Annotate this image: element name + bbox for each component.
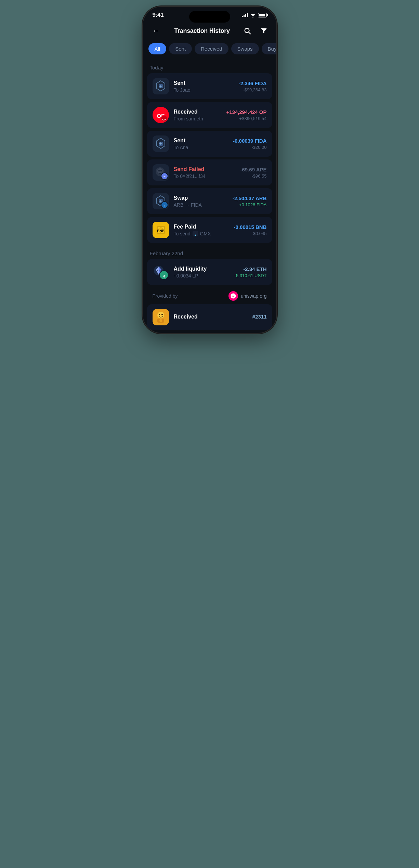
back-arrow-icon: ← <box>152 27 160 35</box>
wifi-icon <box>250 13 256 17</box>
tx-amount-primary: -2.346 FIDA <box>239 80 267 86</box>
tx-amounts: -0.00039 FIDA -$20.00 <box>233 138 266 150</box>
tx-amount-primary: -2,504.37 ARB <box>233 195 267 201</box>
tx-received-nft-info: Received <box>174 314 248 321</box>
svg-point-19 <box>158 170 160 172</box>
op-received-icon: OP OP <box>153 107 169 123</box>
tx-title: Sent <box>174 138 228 144</box>
page-title: Transaction History <box>174 27 230 35</box>
list-item[interactable]: Ξ Send Failed To 0×2f21...f34 -69.69 APE… <box>147 159 272 185</box>
svg-point-48 <box>161 314 163 315</box>
tx-title: Send Failed <box>174 166 236 172</box>
svg-point-50 <box>159 319 162 322</box>
tab-swaps[interactable]: Swaps <box>231 43 259 54</box>
section-today: Today <box>143 60 276 73</box>
tx-amount-secondary: -$0.045 <box>234 231 267 236</box>
battery-icon <box>258 13 267 17</box>
tx-amount-secondary: -$96.55 <box>240 173 267 179</box>
tx-amount-primary: +134,294.424 OP <box>226 109 266 115</box>
tx-title: Received <box>174 314 248 320</box>
tx-amount-secondary: -5,310.61 USDT <box>235 273 267 278</box>
status-icons <box>242 13 267 17</box>
tx-subtitle: To send ▲ GMX <box>174 231 229 236</box>
header: ← Transaction History <box>143 21 276 42</box>
nft-received-icon <box>153 309 169 325</box>
svg-rect-21 <box>159 173 161 174</box>
tx-fee-bnb-info: Fee Paid To send ▲ GMX <box>174 224 229 236</box>
filter-icon <box>260 27 267 35</box>
eth-usdt-liquidity-icon: ₮ <box>153 264 169 280</box>
signal-icon <box>242 13 248 17</box>
svg-text:₮: ₮ <box>162 274 165 278</box>
search-button[interactable] <box>242 25 253 36</box>
search-icon <box>244 27 251 35</box>
dynamic-island <box>189 11 230 23</box>
tx-failed-ape-info: Send Failed To 0×2f21...f34 <box>174 166 236 179</box>
list-item[interactable]: BNB Fee Paid To send ▲ GMX -0.00015 BNB … <box>147 217 272 243</box>
tx-amounts: -0.00015 BNB -$0.045 <box>234 224 267 236</box>
provided-by-service[interactable]: uniswap.org <box>228 291 267 301</box>
tx-amount-primary: -2.34 ETH <box>235 266 267 272</box>
tx-swap-arb-info: Swap ARB → FIDA <box>174 195 228 208</box>
tx-title: Fee Paid <box>174 224 229 230</box>
tx-amounts: +134,294.424 OP +$390,519.54 <box>226 109 266 121</box>
tx-sent-fida-small-info: Sent To Ana <box>174 138 228 150</box>
tx-add-liquidity-info: Add liquidity +0.0034 LP <box>174 266 230 278</box>
list-item[interactable]: Sent To Joao -2.346 FIDA -$99,364.83 <box>147 73 272 99</box>
tx-amounts: -69.69 APE -$96.55 <box>240 167 267 179</box>
tx-amount-secondary: +0.1028 FIDA <box>233 202 267 207</box>
tx-title: Add liquidity <box>174 266 230 272</box>
section-february: February 22nd <box>143 246 276 259</box>
tx-amount-secondary: -$20.00 <box>233 145 266 150</box>
tx-amount-primary: -69.69 APE <box>240 167 267 172</box>
tx-title: Received <box>174 109 222 115</box>
list-item[interactable]: ↑ Swap ARB → FIDA -2,504.37 ARB +0.1028 … <box>147 188 272 214</box>
tx-amount-primary: -0.00039 FIDA <box>233 138 266 144</box>
tx-subtitle: ARB → FIDA <box>174 202 228 208</box>
list-item[interactable]: Received #2311 <box>147 304 272 330</box>
tx-title: Sent <box>174 80 234 86</box>
tab-buy[interactable]: Buy <box>262 43 276 54</box>
tab-sent[interactable]: Sent <box>169 43 192 54</box>
back-button[interactable]: ← <box>150 25 162 37</box>
phone-frame: 9:41 ← Transaction History <box>143 7 276 333</box>
fee-subtitle-token: GMX <box>200 231 211 236</box>
svg-text:▲: ▲ <box>194 233 196 236</box>
tx-sent-fida-info: Sent To Joao <box>174 80 234 93</box>
tx-title: Swap <box>174 195 228 201</box>
tab-all[interactable]: All <box>148 43 167 54</box>
tx-amounts: -2.346 FIDA -$99,364.83 <box>239 80 267 92</box>
tx-received-op-info: Received From sam.eth <box>174 109 222 121</box>
filter-button[interactable] <box>258 25 269 36</box>
tx-badge: #2311 <box>252 314 267 320</box>
list-item[interactable]: Sent To Ana -0.00039 FIDA -$20.00 <box>147 131 272 157</box>
svg-text:↑: ↑ <box>164 205 165 208</box>
tab-received[interactable]: Received <box>195 43 228 54</box>
tx-subtitle: +0.0034 LP <box>174 273 230 278</box>
transaction-list: Today Sent To Joao -2.346 FIDA -$99,36 <box>143 60 276 330</box>
tx-amounts: -2.34 ETH -5,310.61 USDT <box>235 266 267 278</box>
tx-subtitle: To 0×2f21...f34 <box>174 173 236 179</box>
fee-subtitle-prefix: To send <box>174 231 191 236</box>
svg-text:BNB: BNB <box>157 229 165 233</box>
provided-by-section: Provided by uniswap.org <box>143 288 276 304</box>
tx-amount-secondary: -$99,364.83 <box>239 87 267 92</box>
tx-subtitle: To Joao <box>174 87 234 93</box>
filter-tabs: All Sent Received Swaps Buy Se... <box>143 42 276 60</box>
provided-by-label: Provided by <box>153 293 178 299</box>
gmx-badge-icon: ▲ <box>193 231 198 236</box>
svg-text:Ξ: Ξ <box>163 176 166 179</box>
tx-subtitle: To Ana <box>174 145 228 150</box>
header-actions <box>242 25 269 36</box>
arb-swap-icon: ↑ <box>153 193 169 209</box>
uniswap-service-name: uniswap.org <box>241 293 267 299</box>
list-item[interactable]: OP OP Received From sam.eth +134,294.424… <box>147 102 272 128</box>
list-item[interactable]: ₮ Add liquidity +0.0034 LP -2.34 ETH -5,… <box>147 259 272 285</box>
status-time: 9:41 <box>153 12 164 18</box>
tx-amount-primary: -0.00015 BNB <box>234 224 267 230</box>
tx-amount-secondary: +$390,519.54 <box>226 116 266 121</box>
svg-point-20 <box>160 170 162 172</box>
uniswap-logo-icon <box>228 291 238 301</box>
svg-text:OP: OP <box>162 118 166 121</box>
svg-line-1 <box>249 32 251 34</box>
